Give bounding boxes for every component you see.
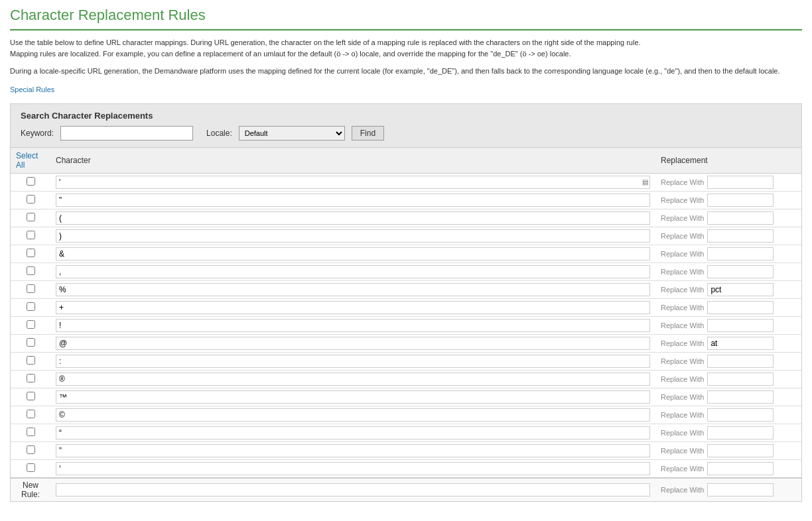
row-char-input[interactable] [56, 265, 650, 278]
row-replacement-input[interactable] [707, 247, 774, 260]
row-replacement-input[interactable] [707, 426, 774, 439]
row-replacement-input[interactable] [707, 390, 774, 404]
row-char-input[interactable] [56, 247, 650, 260]
row-char-input[interactable] [56, 337, 650, 350]
replace-with-label: Replace With [661, 214, 704, 222]
row-checkbox[interactable] [27, 213, 35, 221]
row-replacement-input[interactable] [707, 194, 774, 207]
new-rule-row: New Rule: Replace With [11, 478, 801, 501]
row-checkbox-cell [11, 262, 50, 280]
row-replacement-input[interactable] [707, 319, 774, 332]
row-replacement-input[interactable] [707, 265, 774, 278]
select-all-link[interactable]: Select All [16, 151, 38, 170]
replace-with-label: Replace With [661, 178, 704, 186]
rules-table-container: Select All Character Replacement ▤Replac… [10, 148, 802, 502]
table-row: ▤Replace With [11, 173, 801, 191]
locale-select[interactable]: Default de de_DE fr fr_FR [239, 126, 345, 141]
row-replacement-cell: Replace With [655, 441, 801, 459]
row-char-cell [50, 334, 655, 352]
page-title: Character Replacement Rules [10, 7, 802, 30]
row-replacement-input[interactable] [707, 176, 774, 189]
find-button[interactable]: Find [352, 126, 384, 141]
row-replacement-input[interactable] [707, 229, 774, 243]
row-char-cell [50, 388, 655, 406]
row-checkbox[interactable] [27, 266, 35, 275]
row-replacement-input[interactable] [707, 355, 774, 368]
table-row: Replace With [11, 406, 801, 424]
row-char-cell [50, 441, 655, 459]
row-char-input[interactable] [56, 462, 650, 475]
row-checkbox[interactable] [27, 338, 35, 347]
keyword-input[interactable] [60, 126, 193, 141]
row-char-input[interactable] [56, 283, 650, 296]
row-checkbox[interactable] [27, 374, 35, 382]
table-row: Replace With [11, 316, 801, 334]
row-checkbox[interactable] [27, 392, 35, 400]
row-checkbox[interactable] [27, 356, 35, 365]
row-char-input[interactable] [56, 426, 650, 439]
row-checkbox[interactable] [27, 302, 35, 311]
row-char-cell: ▤ [50, 173, 655, 191]
row-char-input[interactable] [56, 301, 650, 314]
row-char-input[interactable] [56, 444, 650, 457]
row-char-cell [50, 191, 655, 209]
row-checkbox[interactable] [27, 177, 35, 186]
row-checkbox[interactable] [27, 195, 35, 203]
row-checkbox-cell [11, 388, 50, 406]
new-rule-char-input[interactable] [56, 483, 650, 496]
row-checkbox[interactable] [27, 284, 35, 293]
new-rule-replace-with-label: Replace With [661, 486, 704, 494]
row-checkbox[interactable] [27, 231, 35, 239]
row-char-cell [50, 245, 655, 262]
replace-with-label: Replace With [661, 393, 704, 401]
row-replacement-cell: Replace With [655, 352, 801, 370]
row-checkbox[interactable] [27, 249, 35, 257]
row-replacement-cell: Replace With [655, 406, 801, 424]
row-checkbox[interactable] [27, 445, 35, 454]
replace-with-label: Replace With [661, 447, 704, 455]
row-checkbox-cell [11, 441, 50, 459]
new-rule-replacement-cell: Replace With [655, 478, 801, 501]
new-rule-char-cell [50, 478, 655, 501]
row-checkbox[interactable] [27, 463, 35, 472]
replace-with-label: Replace With [661, 268, 704, 276]
table-row: Replace With [11, 191, 801, 209]
search-title: Search Character Replacements [21, 111, 791, 121]
row-replacement-input[interactable] [707, 373, 774, 386]
row-replacement-input[interactable] [707, 337, 774, 350]
row-replacement-input[interactable] [707, 211, 774, 225]
row-checkbox-cell [11, 191, 50, 209]
row-checkbox[interactable] [27, 320, 35, 329]
row-char-input[interactable] [56, 176, 650, 189]
row-char-input[interactable] [56, 355, 650, 368]
row-checkbox-cell [11, 406, 50, 424]
row-checkbox-cell [11, 316, 50, 334]
row-char-input[interactable] [56, 211, 650, 225]
row-replacement-cell: Replace With [655, 459, 801, 478]
row-checkbox-cell [11, 298, 50, 316]
row-replacement-input[interactable] [707, 301, 774, 314]
row-replacement-input[interactable] [707, 462, 774, 475]
special-rules-link[interactable]: Special Rules [10, 86, 54, 93]
row-char-input[interactable] [56, 194, 650, 207]
replace-with-label: Replace With [661, 411, 704, 419]
row-checkbox[interactable] [27, 428, 35, 436]
table-row: Replace With [11, 424, 801, 441]
locale-label: Locale: [206, 129, 232, 138]
row-replacement-input[interactable] [707, 444, 774, 457]
row-replacement-input[interactable] [707, 283, 774, 296]
row-char-input[interactable] [56, 390, 650, 404]
row-char-input[interactable] [56, 408, 650, 422]
new-rule-replacement-input[interactable] [707, 483, 774, 496]
row-checkbox-cell [11, 370, 50, 388]
character-header: Character [50, 148, 655, 174]
edit-icon: ▤ [642, 178, 648, 186]
replace-with-label: Replace With [661, 232, 704, 240]
row-char-input[interactable] [56, 373, 650, 386]
select-all-header: Select All [11, 148, 50, 174]
row-char-input[interactable] [56, 229, 650, 243]
row-char-input[interactable] [56, 319, 650, 332]
row-char-cell [50, 298, 655, 316]
row-replacement-input[interactable] [707, 408, 774, 422]
row-checkbox[interactable] [27, 410, 35, 418]
